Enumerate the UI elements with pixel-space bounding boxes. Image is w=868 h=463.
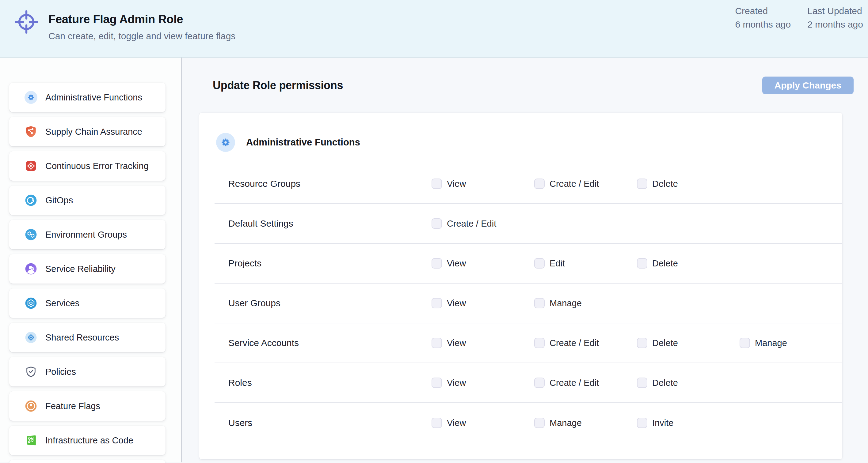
checkbox-projects-edit[interactable] bbox=[534, 258, 545, 269]
permission-option-default-settings-create-edit[interactable]: Create / Edit bbox=[432, 218, 534, 229]
permission-option-users-invite[interactable]: Invite bbox=[637, 418, 740, 428]
sidebar-item-administrative-functions[interactable]: Administrative Functions bbox=[9, 83, 165, 112]
sidebar-item-shared-resources[interactable]: Shared Resources bbox=[9, 323, 165, 352]
checkbox-users-view[interactable] bbox=[432, 418, 442, 428]
permission-row-projects: Projects View Edit Delete bbox=[215, 244, 842, 284]
resource-name: User Groups bbox=[228, 298, 432, 308]
checkbox-roles-delete[interactable] bbox=[637, 377, 647, 388]
permission-row-roles: Roles View Create / Edit Delete bbox=[215, 363, 842, 403]
checkbox-user-groups-manage[interactable] bbox=[534, 298, 545, 308]
sidebar-item-policies[interactable]: Policies bbox=[9, 357, 165, 387]
permission-option-service-accounts-create-edit[interactable]: Create / Edit bbox=[534, 338, 637, 348]
permission-row-default-settings: Default Settings Create / Edit bbox=[215, 204, 842, 244]
resource-name: Service Accounts bbox=[228, 338, 432, 348]
person-check-icon bbox=[25, 262, 37, 275]
permission-option-resource-groups-delete[interactable]: Delete bbox=[637, 178, 740, 189]
checkbox-service-accounts-view[interactable] bbox=[432, 338, 442, 348]
section-title: Administrative Functions bbox=[246, 137, 360, 148]
sidebar-item-feature-flags[interactable]: Feature Flags bbox=[9, 391, 165, 421]
checkbox-users-invite[interactable] bbox=[637, 418, 647, 428]
permission-option-service-accounts-delete[interactable]: Delete bbox=[637, 338, 740, 348]
checkbox-user-groups-view[interactable] bbox=[432, 298, 442, 308]
sidebar-item-continuous-error-tracking[interactable]: Continuous Error Tracking bbox=[9, 151, 165, 181]
sidebar-item-service-reliability[interactable]: Service Reliability bbox=[9, 254, 165, 284]
gear-icon bbox=[216, 133, 235, 152]
sidebar-item-partial[interactable] bbox=[9, 460, 165, 463]
hexagons-icon bbox=[25, 228, 37, 241]
permissions-card: Administrative Functions Resource Groups… bbox=[199, 113, 842, 459]
resource-name: Resource Groups bbox=[228, 178, 432, 189]
permission-option-users-view[interactable]: View bbox=[432, 418, 534, 428]
permission-option-projects-edit[interactable]: Edit bbox=[534, 258, 637, 269]
resource-name: Users bbox=[228, 418, 432, 428]
permission-option-service-accounts-manage[interactable]: Manage bbox=[740, 338, 842, 348]
permission-option-projects-view[interactable]: View bbox=[432, 258, 534, 269]
permission-option-service-accounts-view[interactable]: View bbox=[432, 338, 534, 348]
created-meta: Created 6 months ago bbox=[735, 4, 791, 31]
page-title: Feature Flag Admin Role bbox=[49, 13, 236, 26]
created-label: Created bbox=[735, 4, 791, 18]
main-panel: Update Role permissions Apply Changes Ad… bbox=[182, 58, 868, 462]
hexagon-nut-icon bbox=[25, 297, 37, 309]
permission-row-resource-groups: Resource Groups View Create / Edit Delet… bbox=[215, 164, 842, 204]
target-square-icon bbox=[25, 160, 37, 172]
sidebar-item-environment-groups[interactable]: Environment Groups bbox=[9, 220, 165, 249]
flag-icon bbox=[25, 400, 37, 412]
shield-branch-icon bbox=[25, 125, 37, 138]
sidebar-item-infrastructure-as-code[interactable]: Infrastructure as Code bbox=[9, 426, 165, 455]
checkbox-service-accounts-manage[interactable] bbox=[740, 338, 750, 348]
resource-sidebar: Administrative Functions Supply Chain As… bbox=[0, 58, 182, 462]
permission-row-user-groups: User Groups View Manage bbox=[215, 284, 842, 323]
page-header: Feature Flag Admin Role Can create, edit… bbox=[0, 0, 868, 58]
meta-divider bbox=[799, 5, 799, 30]
permission-option-projects-delete[interactable]: Delete bbox=[637, 258, 740, 269]
permission-option-roles-view[interactable]: View bbox=[432, 377, 534, 388]
resource-name: Roles bbox=[228, 377, 432, 388]
main-heading: Update Role permissions bbox=[213, 79, 343, 92]
checkbox-projects-delete[interactable] bbox=[637, 258, 647, 269]
last-updated-meta: Last Updated 2 months ago bbox=[807, 4, 863, 31]
permission-row-service-accounts: Service Accounts View Create / Edit Dele… bbox=[215, 323, 842, 363]
page-subtitle: Can create, edit, toggle and view featur… bbox=[49, 31, 236, 41]
checkbox-users-manage[interactable] bbox=[534, 418, 545, 428]
created-value: 6 months ago bbox=[735, 18, 791, 31]
permission-row-users: Users View Manage Invite bbox=[215, 403, 842, 443]
permission-option-roles-delete[interactable]: Delete bbox=[637, 377, 740, 388]
checkbox-roles-view[interactable] bbox=[432, 377, 442, 388]
last-updated-value: 2 months ago bbox=[807, 18, 863, 31]
checkbox-service-accounts-delete[interactable] bbox=[637, 338, 647, 348]
permission-option-resource-groups-view[interactable]: View bbox=[432, 178, 534, 189]
checkbox-resource-groups-delete[interactable] bbox=[637, 178, 647, 189]
resource-name: Projects bbox=[228, 258, 432, 269]
checkbox-resource-groups-view[interactable] bbox=[432, 178, 442, 189]
checkbox-resource-groups-create-edit[interactable] bbox=[534, 178, 545, 189]
sidebar-item-gitops[interactable]: GitOps bbox=[9, 186, 165, 215]
role-target-icon bbox=[12, 7, 40, 36]
checkbox-roles-create-edit[interactable] bbox=[534, 377, 545, 388]
permission-option-user-groups-view[interactable]: View bbox=[432, 298, 534, 308]
last-updated-label: Last Updated bbox=[807, 4, 863, 18]
shield-check-icon bbox=[25, 365, 37, 378]
diamond-grid-icon bbox=[25, 331, 37, 344]
checkbox-default-settings-create-edit[interactable] bbox=[432, 218, 442, 229]
apply-changes-button[interactable]: Apply Changes bbox=[762, 76, 854, 94]
permission-option-users-manage[interactable]: Manage bbox=[534, 418, 637, 428]
resource-name: Default Settings bbox=[228, 218, 432, 229]
permission-option-roles-create-edit[interactable]: Create / Edit bbox=[534, 377, 637, 388]
sidebar-item-services[interactable]: Services bbox=[9, 289, 165, 318]
role-meta: Created 6 months ago Last Updated 2 mont… bbox=[735, 4, 863, 31]
checkbox-service-accounts-create-edit[interactable] bbox=[534, 338, 545, 348]
permission-option-resource-groups-create-edit[interactable]: Create / Edit bbox=[534, 178, 637, 189]
permission-option-user-groups-manage[interactable]: Manage bbox=[534, 298, 637, 308]
globe-git-icon bbox=[25, 194, 37, 207]
sidebar-item-supply-chain-assurance[interactable]: Supply Chain Assurance bbox=[9, 117, 165, 146]
gear-icon bbox=[25, 91, 37, 104]
checkbox-projects-view[interactable] bbox=[432, 258, 442, 269]
node-tree-icon bbox=[25, 434, 37, 447]
